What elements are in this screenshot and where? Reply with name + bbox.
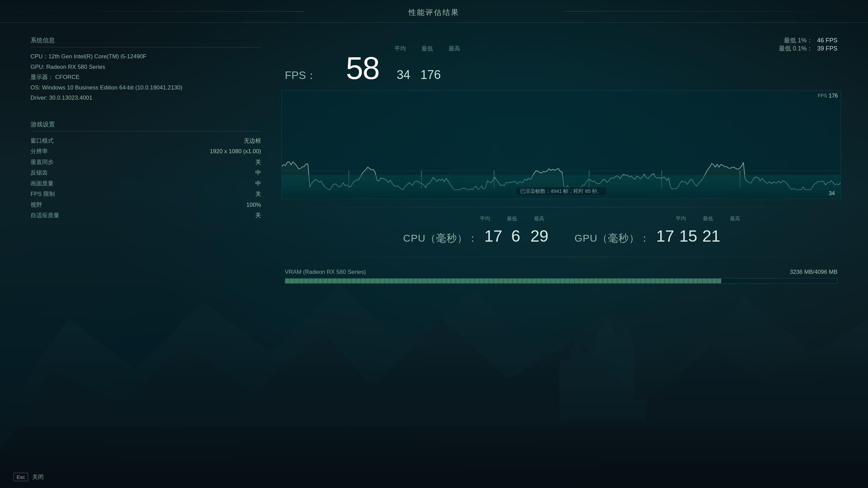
main-layout: 系统信息 CPU：12th Gen Intel(R) Core(TM) i5-1…: [0, 23, 868, 488]
gpu-info: GPU: Radeon RX 580 Series: [31, 62, 261, 73]
settings-row: 窗口模式无边框: [31, 136, 261, 146]
gpu-min: 15: [679, 227, 696, 245]
settings-row: 画面质量中: [31, 178, 261, 189]
cpu-col-avg: 平均: [476, 216, 493, 222]
settings-row: 自适应质量关: [31, 210, 261, 221]
fps-min-value: 34: [390, 68, 417, 82]
gpu-col-max: 最高: [727, 216, 744, 222]
bottom-bar: Esc 关闭: [14, 473, 44, 481]
esc-key[interactable]: Esc: [14, 473, 28, 481]
display-info: 显示器： CFORCE: [31, 72, 261, 83]
gpu-avg: 17: [656, 227, 673, 245]
gpu-col-avg: 平均: [672, 216, 689, 222]
chart-subtitle: 已渲染帧数：4941 帧，耗时 85 秒。: [516, 187, 607, 196]
system-info-section: 系统信息 CPU：12th Gen Intel(R) Core(TM) i5-1…: [31, 36, 261, 103]
settings-row: FPS 限制关: [31, 189, 261, 199]
cpu-col-min: 最低: [504, 216, 520, 222]
cpu-col-max: 最高: [531, 216, 548, 222]
chart-y-min: 34: [829, 190, 838, 197]
fps-avg-value: 58: [346, 53, 390, 84]
timing-section: 平均 最低 最高 平均 最低 最高: [281, 216, 841, 249]
settings-row: 反锯齿中: [31, 167, 261, 178]
right-panel: 平均 最低 最高 最低 1%： 46 FPS 最低 0.1%： 39 FPS: [281, 36, 841, 474]
divider: [281, 207, 841, 207]
gpu-col-min: 最低: [699, 216, 716, 222]
settings-row: 视野100%: [31, 200, 261, 210]
cpu-timing-block: CPU（毫秒）： 17 6 29: [403, 227, 547, 245]
os-info: OS: Windows 10 Business Edition 64-bit (…: [31, 83, 261, 93]
main-content: 性能评估结果 系统信息 CPU：12th Gen Intel(R) Core(T…: [0, 0, 868, 488]
fps-chart-container: FPS 176 34 已渲染帧数：4941 帧，耗时 85 秒。: [281, 90, 841, 199]
title-bar: 性能评估结果: [0, 0, 868, 23]
settings-row: 垂直同步关: [31, 157, 261, 167]
fps-chart: [282, 91, 841, 199]
vram-bar-fill: [285, 279, 721, 283]
fps-area: 平均 最低 最高 最低 1%： 46 FPS 最低 0.1%： 39 FPS: [281, 36, 841, 84]
page-title: 性能评估结果: [409, 8, 459, 17]
cpu-max: 29: [530, 227, 547, 245]
fps-low01pct: 最低 0.1%： 39 FPS: [779, 44, 837, 53]
vram-label: VRAM (Radeon RX 580 Series): [285, 269, 366, 276]
fps-max-value: 176: [417, 68, 444, 82]
fps-low1pct: 最低 1%： 46 FPS: [779, 36, 837, 44]
settings-table: 窗口模式无边框分辨率1920 x 1080 (x1.00)垂直同步关反锯齿中画面…: [31, 136, 261, 221]
chart-fps-label: FPS: [818, 93, 827, 98]
cpu-min: 6: [507, 227, 524, 245]
fps-percentile-stats: 最低 1%： 46 FPS 最低 0.1%： 39 FPS: [779, 36, 837, 53]
cpu-avg: 17: [484, 227, 501, 245]
vram-header: VRAM (Radeon RX 580 Series) 3236 MB/4096…: [285, 269, 837, 276]
gpu-timing-block: GPU（毫秒）： 17 15 21: [574, 227, 719, 245]
timing-row: CPU（毫秒）： 17 6 29 GPU（毫秒）： 17 15 21: [281, 223, 841, 249]
cpu-timing-label: CPU（毫秒）：: [403, 231, 478, 245]
chart-y-max: 176: [829, 93, 838, 99]
system-info-title: 系统信息: [31, 36, 261, 47]
vram-bar-track: [285, 278, 837, 284]
fps-col-max-header: 最高: [441, 45, 468, 53]
gpu-timing-label: GPU（毫秒）：: [574, 231, 650, 245]
fps-col-min-header: 最低: [414, 45, 441, 53]
close-label: 关闭: [32, 473, 44, 481]
fps-col-avg-header: 平均: [387, 45, 414, 53]
vram-value: 3236 MB/4096 MB: [790, 269, 837, 276]
settings-row: 分辨率1920 x 1080 (x1.00): [31, 146, 261, 157]
vram-section: VRAM (Radeon RX 580 Series) 3236 MB/4096…: [281, 265, 841, 290]
cpu-info: CPU：12th Gen Intel(R) Core(TM) i5-12490F: [31, 52, 261, 62]
chart-y-labels: 176 34: [829, 91, 838, 199]
left-panel: 系统信息 CPU：12th Gen Intel(R) Core(TM) i5-1…: [31, 36, 261, 474]
fps-label: FPS：: [285, 68, 346, 83]
divider2: [281, 257, 841, 257]
driver-info: Driver: 30.0.13023.4001: [31, 93, 261, 103]
game-settings-section: 游戏设置 窗口模式无边框分辨率1920 x 1080 (x1.00)垂直同步关反…: [31, 120, 261, 221]
game-settings-title: 游戏设置: [31, 120, 261, 131]
gpu-max: 21: [702, 227, 719, 245]
